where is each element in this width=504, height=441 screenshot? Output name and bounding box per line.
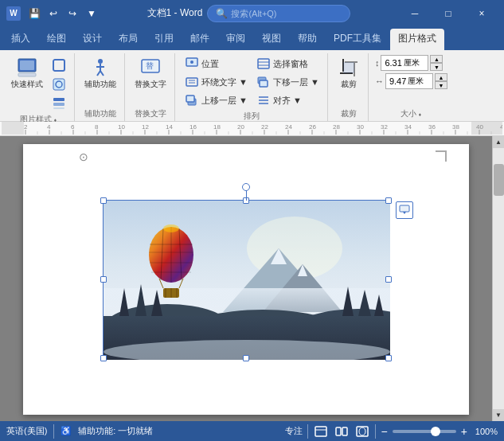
- app-icon: W: [6, 6, 21, 21]
- status-right: 专注 − + 100%: [285, 424, 498, 439]
- status-divider: [53, 424, 54, 439]
- tab-picture-format[interactable]: 图片格式: [390, 29, 444, 50]
- tab-layout[interactable]: 布局: [111, 29, 146, 50]
- svg-rect-1: [20, 60, 34, 70]
- handle-top-right[interactable]: [385, 197, 392, 204]
- arrange-col2: 选择窗格 下移一层 ▼ 对齐 ▼: [253, 55, 322, 109]
- save-button[interactable]: 💾: [27, 6, 41, 21]
- ruler-content: 2 4 6 8 10 12 14 1: [2, 122, 502, 135]
- handle-bottom-right[interactable]: [385, 355, 392, 361]
- height-input[interactable]: 6.31 厘米: [381, 55, 428, 71]
- wrap-text-button[interactable]: 环绕文字 ▼: [182, 73, 251, 91]
- height-spinner-row: ↕ 6.31 厘米 ▲ ▼: [375, 55, 443, 71]
- tab-mail[interactable]: 邮件: [182, 29, 217, 50]
- group-replace-text: 替 替换文字 替换文字: [127, 53, 175, 121]
- svg-text:32: 32: [381, 123, 388, 131]
- svg-text:38: 38: [452, 123, 459, 131]
- redo-button[interactable]: ↪: [65, 6, 80, 21]
- svg-rect-18: [186, 78, 197, 86]
- handle-top-left[interactable]: [100, 197, 107, 204]
- zoom-out-button[interactable]: −: [381, 425, 387, 438]
- print-layout-button[interactable]: [313, 424, 329, 439]
- tab-help[interactable]: 帮助: [290, 29, 325, 50]
- maximize-button[interactable]: □: [432, 0, 464, 26]
- picture-effects-icon: [52, 77, 66, 92]
- replace-text-group-label: 替换文字: [131, 108, 170, 119]
- svg-rect-22: [186, 96, 194, 102]
- svg-rect-37: [2, 122, 24, 135]
- corner-mark: [436, 150, 447, 162]
- svg-rect-7: [53, 103, 64, 106]
- scroll-thumb[interactable]: [494, 164, 504, 196]
- tab-view[interactable]: 视图: [254, 29, 289, 50]
- ribbon-content: 快速样式: [0, 50, 504, 122]
- arrange-content: 位置 环绕文字 ▼ 上移一层 ▼: [182, 55, 322, 109]
- replace-text-content: 替 替换文字: [131, 55, 170, 107]
- width-increment-button[interactable]: ▲: [435, 73, 447, 81]
- width-input[interactable]: 9.47 厘米: [385, 73, 433, 89]
- selected-image[interactable]: [103, 200, 389, 359]
- border-color-button[interactable]: [49, 57, 69, 74]
- quick-access-toolbar: 💾 ↩ ↪ ▼: [27, 6, 99, 21]
- document-area: ⊙: [0, 136, 492, 421]
- handle-middle-right[interactable]: [385, 276, 392, 283]
- search-box[interactable]: 🔍: [207, 5, 350, 22]
- tab-references[interactable]: 引用: [147, 29, 182, 50]
- tab-design[interactable]: 设计: [75, 29, 110, 50]
- position-button[interactable]: 位置: [182, 55, 251, 72]
- quick-style-icon: [16, 57, 38, 79]
- accessibility-button[interactable]: 辅助功能: [81, 55, 119, 91]
- replace-text-label: 替换文字: [135, 80, 166, 89]
- height-increment-button[interactable]: ▲: [430, 55, 443, 63]
- undo-button[interactable]: ↩: [46, 6, 61, 21]
- rotate-handle[interactable]: [242, 183, 250, 191]
- close-button[interactable]: ×: [466, 0, 498, 26]
- scroll-up-button[interactable]: ▲: [493, 136, 505, 148]
- move-back-button[interactable]: 下移一层 ▼: [253, 73, 322, 91]
- handle-bottom-left[interactable]: [100, 355, 107, 361]
- picture-layout-button[interactable]: [49, 95, 69, 112]
- align-button[interactable]: 对齐 ▼: [253, 92, 322, 109]
- zoom-in-button[interactable]: +: [461, 425, 467, 438]
- customize-qa-button[interactable]: ▼: [84, 6, 99, 21]
- svg-text:12: 12: [142, 123, 149, 131]
- minimize-button[interactable]: ─: [399, 0, 431, 26]
- move-front-button[interactable]: 上移一层 ▼: [182, 92, 251, 109]
- handle-bottom-center[interactable]: [243, 355, 249, 361]
- width-decrement-button[interactable]: ▼: [435, 81, 447, 89]
- group-crop: 裁剪 裁剪: [330, 53, 369, 121]
- group-picture-style: 快速样式: [3, 53, 75, 121]
- svg-text:8: 8: [95, 123, 99, 131]
- layout-options-button[interactable]: [396, 201, 413, 219]
- tab-review[interactable]: 审阅: [218, 29, 253, 50]
- tab-pdf-tools[interactable]: PDF工具集: [326, 29, 389, 50]
- height-decrement-button[interactable]: ▼: [430, 63, 443, 71]
- scroll-down-button[interactable]: ▼: [493, 409, 505, 421]
- svg-text:替: 替: [146, 61, 154, 70]
- crop-content: 裁剪: [334, 55, 363, 107]
- svg-rect-6: [53, 98, 64, 101]
- picture-effects-button[interactable]: [49, 76, 69, 93]
- window-controls: ─ □ ×: [399, 0, 498, 26]
- group-size: ↕ 6.31 厘米 ▲ ▼ ↔: [370, 53, 452, 121]
- web-layout-button[interactable]: [354, 424, 370, 439]
- select-pane-button[interactable]: 选择窗格: [253, 55, 322, 72]
- tab-draw[interactable]: 绘图: [39, 29, 74, 50]
- status-divider2: [307, 424, 308, 439]
- tab-insert[interactable]: 插入: [3, 29, 38, 50]
- svg-line-13: [100, 71, 104, 76]
- crop-button[interactable]: 裁剪: [334, 55, 363, 91]
- search-input[interactable]: [231, 9, 326, 18]
- size-label: 大小 ⬧: [375, 108, 447, 119]
- zoom-slider[interactable]: [393, 430, 456, 433]
- replace-text-icon: 替: [139, 57, 162, 79]
- read-mode-button[interactable]: [334, 424, 350, 439]
- scroll-track[interactable]: [493, 148, 504, 409]
- size-group-expand-icon[interactable]: ⬧: [418, 111, 422, 118]
- crop-group-label: 裁剪: [334, 108, 363, 119]
- handle-middle-left[interactable]: [100, 276, 107, 283]
- replace-text-button[interactable]: 替 替换文字: [131, 55, 170, 91]
- svg-text:24: 24: [285, 123, 292, 131]
- quick-style-button[interactable]: 快速样式: [8, 55, 46, 91]
- zoom-thumb[interactable]: [431, 427, 440, 436]
